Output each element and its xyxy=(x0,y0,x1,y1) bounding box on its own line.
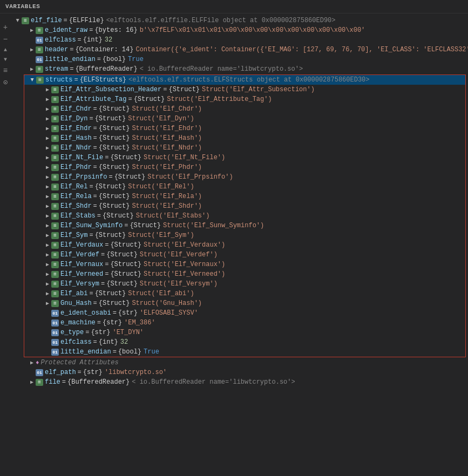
tree-row-e-type[interactable]: ▶ 01 e_type = {str} 'ET_DYN' xyxy=(24,328,465,337)
tree-row-Elf_Attribute_Tag[interactable]: ▶ ≡ Elf_Attribute_Tag = {Struct} Struct(… xyxy=(24,94,465,104)
list-icon[interactable]: ≡ xyxy=(3,67,8,74)
type-badge: ≡ xyxy=(51,125,59,132)
tree-row-protected-attrs[interactable]: ▶ ♦ Protected Attributes xyxy=(12,358,468,368)
tree-row-Elf_Hash[interactable]: ▶ ≡ Elf_Hash = {Struct} Struct('Elf_Hash… xyxy=(24,133,465,143)
minus-icon[interactable]: − xyxy=(3,36,8,43)
type-badge: ≡ xyxy=(51,271,59,278)
tree-row-elfclass-inner[interactable]: ▶ 01 elfclass = {int} 32 xyxy=(24,337,465,347)
tree-row-Elf_Rela[interactable]: ▶ ≡ Elf_Rela = {Struct} Struct('Elf_Rela… xyxy=(24,192,465,201)
tree-row-Elf_Shdr[interactable]: ▶ ≡ Elf_Shdr = {Struct} Struct('Elf_Shdr… xyxy=(24,201,465,211)
tree-row-Elf_Phdr[interactable]: ▶ ≡ Elf_Phdr = {Struct} Struct('Elf_Phdr… xyxy=(24,162,465,172)
expand-arrow[interactable]: ▶ xyxy=(44,145,51,151)
tree-row-Elf_Nhdr[interactable]: ▶ ≡ Elf_Nhdr = {Struct} Struct('Elf_Nhdr… xyxy=(24,143,465,153)
expand-arrow[interactable]: ▶ xyxy=(28,359,36,366)
tree-row-Elf_Sym[interactable]: ▶ ≡ Elf_Sym = {Struct} Struct('Elf_Sym') xyxy=(24,230,465,240)
expand-arrow[interactable]: ▶ xyxy=(44,183,51,190)
expand-arrow[interactable]: ▶ xyxy=(44,281,51,287)
type-badge-bool: 01 xyxy=(36,56,43,63)
scroll-down-icon[interactable]: ▼ xyxy=(4,57,7,63)
type-badge: ≡ xyxy=(51,135,59,142)
tree-row-Elf_Stabs[interactable]: ▶ ≡ Elf_Stabs = {Struct} Struct('Elf_Sta… xyxy=(24,211,465,221)
type-badge: ≡ xyxy=(51,115,59,123)
type-badge-str: 01 xyxy=(51,319,59,327)
type-badge-list: ≡ xyxy=(22,17,29,24)
tree-row-header[interactable]: ▶ ≡ header = {Container: 14} Container({… xyxy=(12,45,468,55)
expand-arrow[interactable]: ▶ xyxy=(44,193,51,200)
tree-row-Elf_Ehdr[interactable]: ▶ ≡ Elf_Ehdr = {Struct} Struct('Elf_Ehdr… xyxy=(24,124,465,133)
expand-arrow[interactable]: ▶ xyxy=(44,106,51,112)
expand-arrow[interactable]: ▶ xyxy=(44,271,51,277)
tree-row-elf-path[interactable]: ▶ 01 elf_path = {str} 'libwtcrypto.so' xyxy=(12,368,468,377)
type-badge-list: ≡ xyxy=(36,379,43,386)
tree-row-Elf_Prpsinfo[interactable]: ▶ ≡ Elf_Prpsinfo = {Struct} Struct('Elf_… xyxy=(24,172,465,182)
expand-arrow[interactable]: ▶ xyxy=(44,96,51,103)
tree-row-Elf_Versym[interactable]: ▶ ≡ Elf_Versym = {Struct} Struct('Elf_Ve… xyxy=(24,279,465,289)
add-icon[interactable]: + xyxy=(3,24,8,31)
type-badge: ≡ xyxy=(51,222,59,229)
expand-arrow[interactable]: ▶ xyxy=(44,242,51,248)
expand-arrow[interactable]: ▶ xyxy=(44,213,51,219)
tree-row-file[interactable]: ▶ ≡ file = {BufferedReader} < io.Buffere… xyxy=(12,377,468,387)
tree-row-Elf_Chdr[interactable]: ▶ ≡ Elf_Chdr = {Struct} Struct('Elf_Chdr… xyxy=(24,104,465,114)
expand-arrow[interactable]: ▶ xyxy=(44,164,51,171)
expand-arrow[interactable]: ▶ xyxy=(44,86,51,93)
tree-row-Elf_Nt_File[interactable]: ▶ ≡ Elf_Nt_File = {Struct} Struct('Elf_N… xyxy=(24,153,465,162)
variables-panel: Variables + − ▲ ▼ ≡ ⊙ ▶ ≡ elf_file = {EL… xyxy=(0,0,468,476)
type-badge-list: ≡ xyxy=(36,66,43,73)
expand-arrow[interactable]: ▶ xyxy=(28,66,36,72)
expand-arrow[interactable]: ▶ xyxy=(28,379,36,385)
tree-row-Elf_Rel[interactable]: ▶ ≡ Elf_Rel = {Struct} Struct('Elf_Rel') xyxy=(24,182,465,192)
tree-row-stream[interactable]: ▶ ≡ stream = {BufferedReader} < io.Buffe… xyxy=(12,64,468,74)
type-badge: ≡ xyxy=(51,106,59,113)
expand-arrow[interactable]: ▶ xyxy=(15,17,21,24)
type-badge: ≡ xyxy=(51,261,59,268)
tree-row-Elf_Vernaux[interactable]: ▶ ≡ Elf_Vernaux = {Struct} Struct('Elf_V… xyxy=(24,260,465,269)
expand-arrow[interactable]: ▶ xyxy=(44,115,51,122)
tree-row-Elf_Attr_Subsection_Header[interactable]: ▶ ≡ Elf_Attr_Subsection_Header = {Struct… xyxy=(24,85,465,94)
tree-row-e-machine[interactable]: ▶ 01 e_machine = {str} 'EM_386' xyxy=(24,318,465,328)
tree-row-e-ident-osabi[interactable]: ▶ 01 e_ident_osabi = {str} 'ELFOSABI_SYS… xyxy=(24,308,465,318)
expand-arrow[interactable]: ▶ xyxy=(28,46,36,53)
type-badge-list: ≡ xyxy=(36,77,44,84)
type-badge: ≡ xyxy=(51,145,59,152)
expand-arrow[interactable]: ▶ xyxy=(44,135,51,141)
eye-icon[interactable]: ⊙ xyxy=(3,79,8,86)
tree-row-e-ident-raw[interactable]: ▶ ≡ e_ident_raw = {bytes: 16} b'\x7fELF\… xyxy=(12,25,468,35)
tree-row-Elf_Verneed[interactable]: ▶ ≡ Elf_Verneed = {Struct} Struct('Elf_V… xyxy=(24,269,465,279)
type-badge: ≡ xyxy=(51,96,59,103)
tree-row-Elf_Sunw_Syminfo[interactable]: ▶ ≡ Elf_Sunw_Syminfo = {Struct} Struct('… xyxy=(24,221,465,230)
expand-arrow[interactable]: ▶ xyxy=(44,290,51,297)
structs-selected-section: ▶ ≡ structs = {ELFStructs} <elftools.elf… xyxy=(24,74,466,357)
protected-icon: ♦ xyxy=(36,359,39,366)
tree-row-elf-file[interactable]: ▶ ≡ elf_file = {ELFFile} <elftools.elf.e… xyxy=(12,16,468,25)
expand-arrow[interactable]: ▶ xyxy=(44,251,51,258)
tree-row-Elf_Dyn[interactable]: ▶ ≡ Elf_Dyn = {Struct} Struct('Elf_Dyn') xyxy=(24,114,465,124)
expand-arrow[interactable]: ▶ xyxy=(29,76,36,84)
tree-row-structs[interactable]: ▶ ≡ structs = {ELFStructs} <elftools.elf… xyxy=(24,75,465,85)
expand-arrow[interactable]: ▶ xyxy=(44,125,51,132)
expand-arrow[interactable]: ▶ xyxy=(28,27,36,33)
expand-arrow[interactable]: ▶ xyxy=(44,154,51,161)
type-badge: ≡ xyxy=(51,86,59,93)
expand-arrow[interactable]: ▶ xyxy=(44,300,51,307)
expand-arrow[interactable]: ▶ xyxy=(44,203,51,209)
tree-row-little-endian-inner[interactable]: ▶ 01 little_endian = {bool} True xyxy=(24,347,465,357)
type-badge-str: 01 xyxy=(51,329,59,336)
tree-row-elfclass[interactable]: ▶ 01 elfclass = {int} 32 xyxy=(12,35,468,45)
type-badge: ≡ xyxy=(51,213,59,220)
expand-arrow[interactable]: ▶ xyxy=(44,261,51,268)
tree-row-Elf_Verdef[interactable]: ▶ ≡ Elf_Verdef = {Struct} Struct('Elf_Ve… xyxy=(24,250,465,260)
type-badge: ≡ xyxy=(51,251,59,259)
expand-arrow[interactable]: ▶ xyxy=(44,222,51,229)
scroll-up-icon[interactable]: ▲ xyxy=(4,47,7,53)
type-badge: ≡ xyxy=(51,193,59,200)
type-badge: ≡ xyxy=(51,300,59,307)
tree-row-little-endian[interactable]: ▶ 01 little_endian = {bool} True xyxy=(12,55,468,64)
tree-row-Gnu_Hash[interactable]: ▶ ≡ Gnu_Hash = {Struct} Struct('Gnu_Hash… xyxy=(24,298,465,308)
tree-row-Elf_Verdaux[interactable]: ▶ ≡ Elf_Verdaux = {Struct} Struct('Elf_V… xyxy=(24,240,465,250)
tree-row-Elf_abi[interactable]: ▶ ≡ Elf_abi = {Struct} Struct('Elf_abi') xyxy=(24,289,465,298)
type-badge: ≡ xyxy=(51,154,59,161)
type-badge-list: ≡ xyxy=(36,46,43,53)
expand-arrow[interactable]: ▶ xyxy=(44,232,51,239)
expand-arrow[interactable]: ▶ xyxy=(44,174,51,180)
